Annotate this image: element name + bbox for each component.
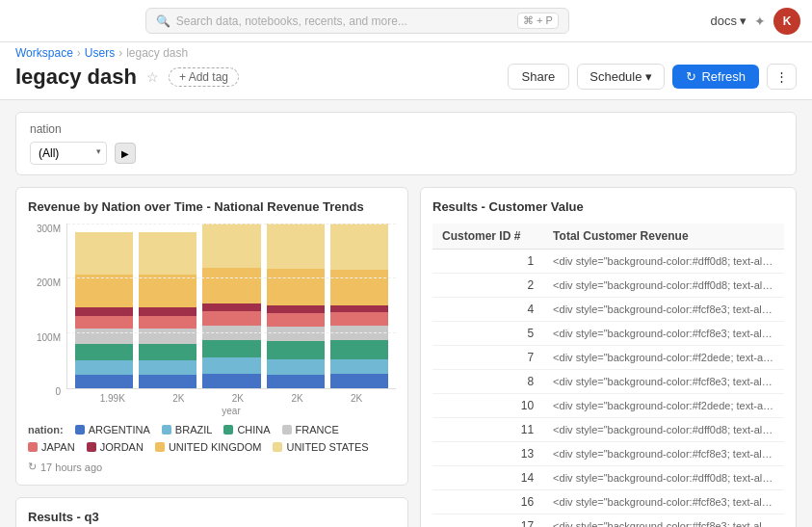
- table-row: 7<div style="background-color:#f2dede; t…: [432, 346, 784, 370]
- cell-customer-id: 4: [432, 298, 543, 322]
- bar-segment: [75, 307, 133, 316]
- col-total-revenue: Total Customer Revenue: [543, 224, 784, 250]
- bar-segment: [267, 313, 325, 327]
- cell-customer-id: 13: [432, 442, 543, 466]
- chart-timestamp: ↻ 17 hours ago: [28, 461, 396, 473]
- cell-customer-id: 14: [432, 466, 543, 490]
- bar-group: [267, 224, 325, 388]
- cell-customer-revenue: <div style="background-color:#fcf8e3; te…: [543, 370, 784, 394]
- cell-customer-id: 5: [432, 322, 543, 346]
- more-options-button[interactable]: ⋮: [767, 64, 797, 90]
- legend-uk: UNITED KINGDOM: [155, 441, 262, 453]
- nav-right: docs ▾ ✦ K: [711, 8, 800, 35]
- x-axis-title: year: [66, 406, 396, 416]
- cell-customer-id: 7: [432, 346, 543, 370]
- bar-segment: [267, 224, 325, 269]
- legend-nation-label: nation:: [28, 424, 64, 435]
- bar-segment: [267, 359, 325, 375]
- chart-area: 300M 200M 100M 0: [28, 224, 396, 416]
- bar-segment: [202, 374, 260, 388]
- filter-run-button[interactable]: ▶: [115, 143, 136, 164]
- bar-segment: [267, 375, 325, 388]
- legend-brazil: BRAZIL: [162, 424, 213, 435]
- bar-segment: [330, 326, 388, 340]
- cell-customer-id: 11: [432, 418, 543, 442]
- col-customer-id: Customer ID #: [432, 224, 543, 250]
- legend-jordan: JORDAN: [87, 441, 144, 453]
- chevron-down-icon: ▾: [645, 69, 652, 84]
- bar-segment: [202, 303, 260, 311]
- bar-segment: [75, 316, 133, 329]
- bar-segment: [330, 374, 388, 388]
- bar-segment: [75, 344, 133, 360]
- chart-legend: nation: ARGENTINA BRAZIL CHINA: [28, 424, 396, 453]
- refresh-button[interactable]: ↻ Refresh: [672, 65, 759, 89]
- cell-customer-revenue: <div style="background-color:#f2dede; te…: [543, 394, 784, 418]
- cell-customer-revenue: <div style="background-color:#fcf8e3; te…: [543, 322, 784, 346]
- bar-group: [202, 224, 260, 388]
- left-panels: Revenue by Nation over Time - National R…: [15, 187, 408, 527]
- bar-segment: [139, 316, 196, 329]
- table-row: 2<div style="background-color:#dff0d8; t…: [432, 274, 784, 298]
- table-row: 1<div style="background-color:#dff0d8; t…: [432, 250, 784, 274]
- search-bar[interactable]: 🔍 Search data, notebooks, recents, and m…: [145, 8, 569, 34]
- cell-customer-revenue: <div style="background-color:#fcf8e3; te…: [543, 490, 784, 514]
- cell-customer-revenue: <div style="background-color:#dff0d8; te…: [543, 274, 784, 298]
- docs-button[interactable]: docs ▾: [711, 13, 747, 28]
- bars-container: [66, 224, 396, 389]
- panels-row: Revenue by Nation over Time - National R…: [15, 187, 797, 527]
- add-tag-button[interactable]: + Add tag: [169, 67, 239, 87]
- legend-japan: JAPAN: [28, 441, 75, 453]
- legend-us: UNITED STATES: [273, 441, 368, 453]
- bar-segment: [139, 344, 196, 360]
- main-content: nation (All) ▾ ▶ Revenue by Nation over …: [0, 100, 812, 527]
- cell-customer-revenue: <div style="background-color:#fcf8e3; te…: [543, 514, 784, 528]
- table-row: 5<div style="background-color:#fcf8e3; t…: [432, 322, 784, 346]
- y-axis: 300M 200M 100M 0: [28, 224, 66, 416]
- cell-customer-id: 10: [432, 394, 543, 418]
- bar-segment: [139, 375, 196, 388]
- bar-segment: [139, 232, 196, 275]
- bar-segment: [75, 360, 133, 375]
- bar-segment: [202, 268, 260, 303]
- star-icon[interactable]: ✦: [754, 13, 766, 29]
- title-actions: Share Schedule ▾ ↻ Refresh ⋮: [508, 64, 797, 90]
- cell-customer-id: 8: [432, 370, 543, 394]
- bar-segment: [139, 307, 196, 316]
- filter-controls: (All) ▾ ▶: [30, 142, 782, 165]
- nation-filter-select[interactable]: (All): [30, 142, 107, 165]
- table-row: 10<div style="background-color:#f2dede; …: [432, 394, 784, 418]
- cell-customer-id: 1: [432, 250, 543, 274]
- cell-customer-revenue: <div style="background-color:#dff0d8; te…: [543, 466, 784, 490]
- bar-segment: [267, 269, 325, 305]
- bar-group: [330, 224, 388, 388]
- page-title: legacy dash: [15, 65, 137, 90]
- bar-segment: [75, 232, 133, 275]
- refresh-small-icon: ↻: [28, 461, 37, 473]
- star-favorite-icon[interactable]: ☆: [146, 69, 159, 85]
- schedule-button[interactable]: Schedule ▾: [577, 64, 665, 90]
- results-customer-table-wrapper[interactable]: Customer ID # Total Customer Revenue 1<d…: [432, 224, 784, 527]
- cell-customer-id: 16: [432, 490, 543, 514]
- chevron-down-icon: ▾: [740, 13, 747, 28]
- chart-title: Revenue by Nation over Time - National R…: [28, 199, 396, 214]
- search-placeholder: Search data, notebooks, recents, and mor…: [176, 14, 407, 28]
- results-customer-title: Results - Customer Value: [432, 199, 784, 214]
- results-q3-panel: Results - q3 c_custkey c_name c_address: [15, 497, 408, 527]
- bar-segment: [330, 224, 388, 270]
- bar-segment: [75, 375, 133, 388]
- table-row: 14<div style="background-color:#dff0d8; …: [432, 466, 784, 490]
- filter-section: nation (All) ▾ ▶: [15, 112, 797, 175]
- cell-customer-revenue: <div style="background-color:#f2dede; te…: [543, 346, 784, 370]
- bar-segment: [202, 340, 260, 357]
- share-button[interactable]: Share: [508, 64, 570, 90]
- cell-customer-revenue: <div style="background-color:#dff0d8; te…: [543, 418, 784, 442]
- breadcrumb-workspace[interactable]: Workspace: [15, 46, 73, 60]
- cell-customer-revenue: <div style="background-color:#dff0d8; te…: [543, 250, 784, 274]
- table-header-row: Customer ID # Total Customer Revenue: [432, 224, 784, 250]
- breadcrumb-users[interactable]: Users: [85, 46, 115, 60]
- bar-segment: [267, 305, 325, 313]
- cell-customer-id: 2: [432, 274, 543, 298]
- bar-segment: [139, 360, 196, 375]
- table-row: 8<div style="background-color:#fcf8e3; t…: [432, 370, 784, 394]
